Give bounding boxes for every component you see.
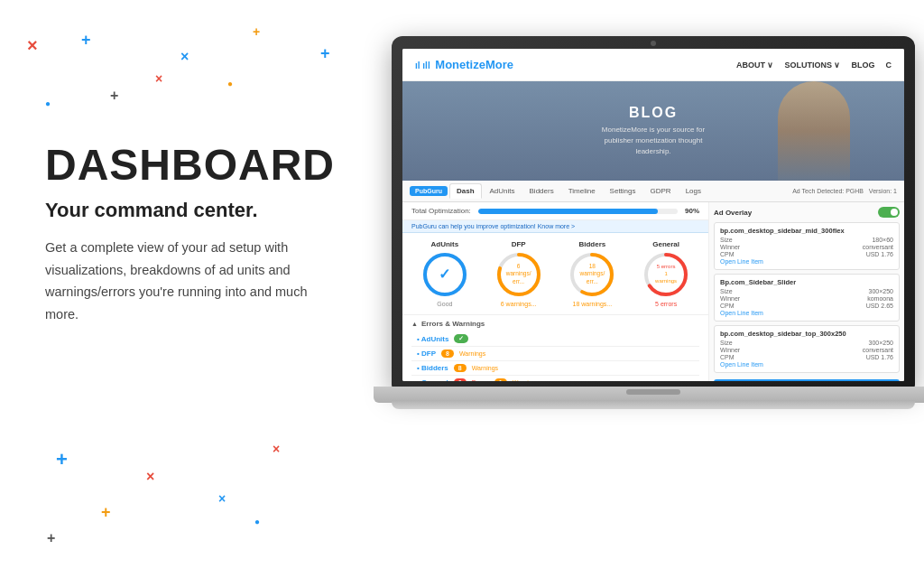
deco-x-3: × [155, 72, 162, 85]
circle-dfp-graphic: 6 warnings/err... [495, 251, 542, 298]
logo-icon: ıl ıll [415, 61, 430, 70]
ad-unit-2-link[interactable]: Open Line Item [720, 310, 763, 316]
error-row-general-name: • General [417, 378, 448, 381]
error-row-general[interactable]: • General 6 Errors 1 Warnings [411, 376, 699, 381]
laptop-mockup: ıl ıll MonetizeMore ABOUT ∨ SOLUTIONS ∨ … [374, 18, 924, 560]
tab-timeline[interactable]: Timeline [562, 184, 602, 198]
circle-adunits-status: Good [437, 301, 452, 307]
deco-dot-3: ● [254, 517, 260, 527]
ad-unit-1-name: bp.com_desktop_sidebar_mid_300flex [720, 227, 893, 235]
deco-dot-2: ● [227, 79, 233, 89]
ad-unit-1-cpm: USD 1.76 [866, 251, 893, 257]
deco-x-4: × [146, 470, 154, 484]
optimization-label: Total Optimization: [411, 207, 471, 215]
error-row-general-warn-label: Warnings [513, 379, 539, 381]
deco-plus-6: + [101, 504, 111, 520]
error-row-dfp-badge: 8 [441, 350, 454, 358]
hero-person-image [778, 81, 850, 181]
deco-plus-3: + [320, 45, 330, 61]
optimization-percent: 90% [685, 207, 699, 215]
nav-solutions[interactable]: SOLUTIONS ∨ [784, 61, 840, 70]
ad-unit-3-winner: conversant [863, 347, 893, 353]
ad-unit-card-3: bp.com_desktop_sidebar_top_300x250 Size … [714, 325, 900, 373]
deco-x-1: × [27, 36, 38, 54]
overlay-title: Ad Overlay [714, 207, 900, 218]
overlay-toggle[interactable] [878, 207, 900, 218]
ad-unit-1-size: 180×60 [872, 237, 893, 243]
show-all-button[interactable]: Show all [714, 379, 900, 381]
error-row-dfp[interactable]: • DFP 8 Warnings [411, 347, 699, 361]
site-nav-links: ABOUT ∨ SOLUTIONS ∨ BLOG C [736, 61, 892, 70]
circle-adunits-label: AdUnits [431, 240, 459, 248]
guru-banner[interactable]: PubGuru can help you improve optimizatio… [402, 220, 708, 233]
tab-pubguru[interactable]: PubGuru [410, 186, 448, 196]
page-title: DASHBOARD [45, 140, 325, 190]
tab-dash[interactable]: Dash [449, 183, 482, 199]
errors-section: Errors & Warnings • AdUnits ✓ • DFP 8 Wa… [402, 315, 708, 381]
error-row-adunits-badge: ✓ [454, 334, 468, 343]
ad-unit-card-2: Bp.com_Sidebar_Slider Size 300×250 Winne… [714, 274, 900, 322]
nav-blog[interactable]: BLOG [852, 61, 875, 70]
deco-plus-2: + [253, 25, 260, 38]
ad-unit-3-size-label: Size [720, 340, 733, 346]
ad-unit-2-name: Bp.com_Sidebar_Slider [720, 278, 893, 286]
tab-gdpr[interactable]: GDPR [644, 184, 678, 198]
hero-area: BLOG MonetizeMore is your source for pub… [402, 81, 904, 181]
ad-unit-1-link-row: Open Line Item [720, 258, 893, 265]
tab-logs[interactable]: Logs [679, 184, 707, 198]
page-description: Get a complete view of your ad setup wit… [45, 237, 325, 326]
tab-right-info: Ad Tech Detected: PGHB Version: 1 [792, 188, 897, 194]
tab-adunits[interactable]: AdUnits [484, 184, 522, 198]
tab-bidders[interactable]: Bidders [523, 184, 560, 198]
laptop-outer: ıl ıll MonetizeMore ABOUT ∨ SOLUTIONS ∨ … [392, 36, 915, 506]
tab-settings[interactable]: Settings [604, 184, 642, 198]
circle-general-label: General [652, 240, 679, 248]
circle-bidders-text: 18 warnings/err... [579, 263, 605, 285]
dashboard-left-panel: Total Optimization: 90% PubGuru can help… [402, 202, 709, 381]
optimization-bar-fill [478, 209, 658, 214]
circle-dfp-label: DFP [512, 240, 526, 248]
error-row-bidders[interactable]: • Bidders 8 Warnings [411, 361, 699, 376]
error-row-general-err-label: Errors [472, 379, 489, 381]
laptop-bottom [392, 400, 915, 409]
error-row-general-err-badge: 6 [454, 378, 467, 381]
error-row-adunits-name: • AdUnits [417, 335, 448, 343]
left-panel: DASHBOARD Your command center. Get a com… [45, 140, 325, 326]
ad-unit-2-size: 300×250 [869, 288, 893, 294]
ad-unit-2-cpm-row: CPM USD 2.65 [720, 303, 893, 309]
circle-adunits: AdUnits ✓ Good [421, 240, 468, 307]
optimization-bar-track [478, 209, 678, 214]
dashboard-main: Total Optimization: 90% PubGuru can help… [402, 202, 904, 381]
ad-unit-1-size-label: Size [720, 237, 733, 243]
ad-unit-3-link[interactable]: Open Line Item [720, 361, 763, 368]
laptop-screen: ıl ıll MonetizeMore ABOUT ∨ SOLUTIONS ∨ … [402, 49, 904, 381]
page-subtitle: Your command center. [45, 199, 325, 222]
nav-about[interactable]: ABOUT ∨ [736, 61, 774, 70]
optimization-bar: Total Optimization: 90% [402, 202, 708, 220]
error-row-dfp-name: • DFP [417, 350, 436, 358]
ad-unit-1-size-row: Size 180×60 [720, 237, 893, 243]
error-row-bidders-name: • Bidders [417, 364, 448, 372]
circle-bidders-status: 18 warnings... [573, 301, 613, 307]
circle-dfp-text: 6 warnings/err... [506, 263, 531, 285]
ad-unit-2-size-row: Size 300×250 [720, 288, 893, 294]
ad-unit-1-link[interactable]: Open Line Item [720, 258, 763, 265]
circle-bidders-label: Bidders [578, 240, 605, 248]
circle-dfp: DFP 6 warnings/err... 6 warnings... [495, 240, 542, 307]
deco-dot-1: ● [45, 99, 51, 108]
error-row-dfp-label: Warnings [459, 350, 485, 357]
ad-unit-3-winner-label: Winner [720, 347, 740, 353]
ad-unit-3-cpm-label: CPM [720, 354, 735, 360]
error-row-adunits[interactable]: • AdUnits ✓ [411, 331, 699, 347]
ad-unit-2-size-label: Size [720, 288, 733, 294]
nav-more[interactable]: C [886, 61, 892, 70]
hero-blog-label: BLOG [595, 105, 712, 121]
laptop-bezel: ıl ıll MonetizeMore ABOUT ∨ SOLUTIONS ∨ … [392, 36, 915, 388]
ad-unit-2-link-row: Open Line Item [720, 310, 893, 316]
ad-unit-3-winner-row: Winner conversant [720, 347, 893, 353]
circle-dfp-status: 6 warnings... [501, 301, 537, 307]
site-logo: ıl ıll MonetizeMore [415, 58, 513, 71]
ad-unit-2-winner: komoona [867, 295, 893, 302]
deco-plus-7: + [47, 531, 55, 545]
site-nav: ıl ıll MonetizeMore ABOUT ∨ SOLUTIONS ∨ … [402, 49, 904, 81]
